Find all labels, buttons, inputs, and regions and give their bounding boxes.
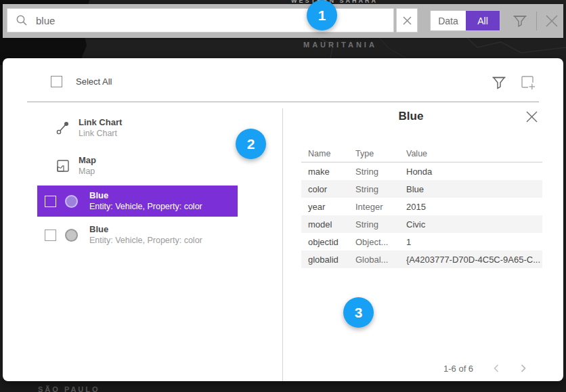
result-title: Map — [79, 154, 96, 166]
cell-value: Civic — [406, 219, 542, 230]
result-title: Blue — [89, 190, 202, 201]
result-link-chart[interactable]: Link Chart Link Chart — [56, 116, 122, 139]
annotation-badge-2: 2 — [236, 129, 266, 159]
cell-type: String — [355, 219, 406, 230]
select-all-checkbox[interactable] — [51, 76, 62, 87]
result-subtitle: Map — [79, 166, 96, 177]
scope-all-button[interactable]: All — [466, 11, 500, 30]
clear-search-button[interactable] — [396, 8, 418, 32]
map-label-bottom: SÃO PAULO — [38, 385, 100, 392]
table-row: year Integer 2015 — [301, 198, 542, 215]
add-to-selection-icon[interactable] — [520, 74, 536, 91]
cell-type: Object... — [355, 237, 406, 247]
toolbar-divider — [536, 12, 537, 30]
cell-name: model — [308, 219, 355, 230]
cell-value: 1 — [406, 237, 542, 247]
cell-name: color — [308, 184, 355, 194]
result-subtitle: Entity: Vehicle, Property: color — [89, 235, 202, 246]
cell-type: String — [355, 167, 406, 177]
panel-divider — [27, 102, 539, 102]
chevron-left-icon[interactable] — [492, 364, 500, 373]
search-input[interactable] — [35, 14, 393, 27]
link-chart-icon — [56, 121, 70, 135]
annotation-badge-3: 3 — [343, 297, 374, 328]
cell-type: Global... — [355, 255, 406, 265]
result-blue[interactable]: Blue Entity: Vehicle, Property: color — [37, 219, 238, 251]
cell-name: make — [308, 167, 355, 177]
result-title: Blue — [89, 223, 202, 235]
table-row: make String Honda — [301, 162, 542, 180]
result-subtitle: Entity: Vehicle, Property: color — [89, 201, 202, 213]
map-label-mauritania: MAURITANIA — [303, 41, 377, 49]
annotation-badge-1: 1 — [307, 0, 337, 30]
scope-data-button[interactable]: Data — [431, 11, 466, 30]
entity-circle-icon — [65, 195, 78, 208]
column-type: Type — [355, 149, 406, 158]
select-all-label: Select All — [76, 77, 112, 87]
cell-value: 2015 — [406, 202, 542, 212]
result-map[interactable]: Map Map — [56, 154, 96, 177]
table-row: model String Civic — [301, 215, 542, 233]
pagination: 1-6 of 6 — [282, 360, 540, 376]
detail-title: Blue — [282, 110, 540, 123]
result-title: Link Chart — [79, 116, 122, 128]
cell-value: Blue — [406, 184, 542, 194]
chevron-right-icon[interactable] — [519, 364, 527, 373]
table-row: globalid Global... {A4203777-D70D-4C5C-9… — [301, 251, 542, 268]
cell-name: globalid — [308, 255, 355, 265]
table-header: Name Type Value — [301, 145, 542, 162]
filter-icon[interactable] — [512, 13, 528, 29]
app-window: WESTERN SAHARA MAURITANIA SÃO PAULO Data — [0, 0, 566, 392]
list-detail-divider — [282, 108, 283, 381]
table-row: objectid Object... 1 — [301, 233, 542, 251]
results-filter-icon[interactable] — [492, 74, 506, 91]
pagination-label: 1-6 of 6 — [443, 364, 473, 374]
cell-value: {A4203777-D70D-4C5C-9A65-C... — [406, 255, 542, 265]
column-value: Value — [406, 149, 542, 158]
map-icon — [56, 158, 70, 173]
cell-name: objectid — [308, 237, 355, 247]
cell-type: String — [355, 184, 406, 194]
cell-type: Integer — [355, 202, 406, 212]
search-icon — [16, 14, 28, 26]
entity-circle-icon — [65, 229, 78, 242]
result-blue-selected[interactable]: Blue Entity: Vehicle, Property: color — [37, 186, 238, 217]
close-icon[interactable] — [542, 11, 562, 31]
table-row: color String Blue — [301, 180, 542, 198]
cell-value: Honda — [406, 167, 542, 177]
result-checkbox[interactable] — [45, 196, 56, 207]
result-subtitle: Link Chart — [79, 128, 122, 139]
scope-toggle: Data All — [430, 10, 500, 31]
column-name: Name — [308, 149, 355, 158]
search-results-panel: Select All — [3, 58, 563, 381]
detail-close-icon[interactable] — [525, 110, 538, 123]
search-toolbar: Data All — [3, 4, 563, 38]
attributes-table: Name Type Value make String Honda color … — [301, 145, 542, 268]
cell-name: year — [308, 202, 355, 212]
result-checkbox[interactable] — [45, 230, 56, 241]
clear-icon — [403, 16, 412, 25]
